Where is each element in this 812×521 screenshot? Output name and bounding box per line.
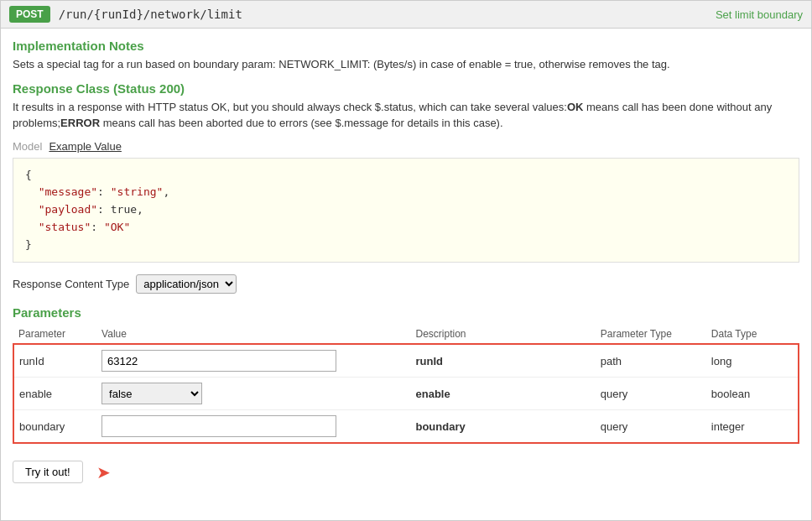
code-payload-key: "payload" — [39, 203, 97, 216]
col-header-value: Value — [96, 325, 410, 344]
params-tbody: runIdrunIdpathlongenabletruefalseenableq… — [13, 344, 799, 443]
param-value-cell — [96, 410, 410, 444]
response-text-after: means call has been aborted due to error… — [100, 117, 503, 129]
parameters-table: Parameter Value Description Parameter Ty… — [13, 325, 799, 444]
code-payload-val: true — [111, 203, 137, 216]
tab-model[interactable]: Model — [13, 140, 42, 153]
api-header-left: POST /run/{runId}/network/limit — [9, 6, 242, 23]
col-header-parameter: Parameter — [13, 325, 96, 344]
code-line1: { — [25, 169, 32, 181]
param-name-cell: runId — [13, 344, 96, 378]
api-page: POST /run/{runId}/network/limit Set limi… — [0, 0, 812, 521]
param-value-input[interactable] — [102, 415, 336, 437]
col-header-data-type: Data Type — [706, 325, 799, 344]
param-value-cell: truefalse — [96, 378, 410, 410]
code-colon3: : — [91, 221, 104, 233]
param-description-cell: enable — [410, 378, 595, 410]
code-line-end: } — [25, 238, 32, 251]
param-type-cell: path — [596, 344, 706, 378]
code-message-val: "string" — [111, 185, 164, 198]
tab-example-value[interactable]: Example Value — [49, 140, 121, 153]
response-class-title: Response Class (Status 200) — [13, 81, 799, 96]
col-header-description: Description — [410, 325, 595, 344]
param-description-cell: runId — [410, 344, 595, 378]
table-row: runIdrunIdpathlong — [13, 344, 799, 378]
response-content-type-label: Response Content Type — [13, 278, 129, 290]
main-content: Implementation Notes Sets a special tag … — [1, 29, 811, 502]
api-header: POST /run/{runId}/network/limit Set limi… — [1, 1, 811, 29]
data-type-cell: boolean — [706, 378, 799, 410]
model-tabs: Model Example Value — [13, 140, 799, 153]
code-block: { "message": "string", "payload": true, … — [13, 158, 799, 263]
try-it-row: Try it out! ➤ — [13, 456, 799, 492]
col-header-parameter-type: Parameter Type — [596, 325, 706, 344]
code-colon2: : — [97, 203, 111, 216]
params-header-row: Parameter Value Description Parameter Ty… — [13, 325, 799, 344]
implementation-notes-text: Sets a special tag for a run based on bo… — [13, 56, 799, 73]
code-colon1: : — [97, 185, 111, 198]
param-type-cell: query — [596, 410, 706, 444]
ok-label: OK — [567, 101, 584, 113]
parameters-title: Parameters — [13, 305, 799, 320]
code-status-key: "status" — [39, 221, 91, 233]
try-it-button[interactable]: Try it out! — [13, 461, 83, 483]
set-limit-link[interactable]: Set limit boundary — [716, 8, 803, 21]
table-row: boundaryboundaryqueryinteger — [13, 410, 799, 444]
response-content-type-row: Response Content Type application/json — [13, 274, 799, 294]
code-message-key: "message" — [39, 185, 97, 198]
implementation-notes-title: Implementation Notes — [13, 39, 799, 53]
param-name-cell: boundary — [13, 410, 96, 444]
response-text-before: It results in a response with HTTP statu… — [13, 101, 567, 113]
content-type-select[interactable]: application/json — [136, 274, 237, 294]
param-value-cell — [96, 344, 410, 378]
red-arrow-icon: ➤ — [96, 464, 111, 481]
data-type-cell: integer — [706, 410, 799, 444]
error-label: ERROR — [60, 117, 100, 129]
param-type-cell: query — [596, 378, 706, 410]
table-row: enabletruefalseenablequeryboolean — [13, 378, 799, 410]
code-status-val: "OK" — [104, 221, 130, 233]
response-class-text: It results in a response with HTTP statu… — [13, 99, 799, 132]
data-type-cell: long — [706, 344, 799, 378]
method-badge: POST — [9, 6, 50, 23]
param-enable-select[interactable]: truefalse — [102, 383, 202, 404]
param-name-cell: enable — [13, 378, 96, 410]
param-value-input[interactable] — [102, 350, 336, 372]
param-description-cell: boundary — [410, 410, 595, 444]
api-path: /run/{runId}/network/limit — [59, 8, 242, 21]
